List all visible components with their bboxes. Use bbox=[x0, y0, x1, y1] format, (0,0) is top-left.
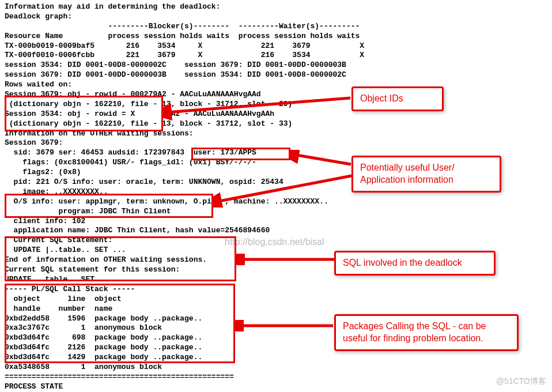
trace-line: Session 3679: obj - rowid - 000279A2 - A… bbox=[5, 90, 547, 100]
trace-line: TX-000b0019-0009baf5 216 3534 X 221 3679… bbox=[5, 42, 547, 51]
callout-user-app: Potentially useful User/ Application inf… bbox=[351, 156, 501, 193]
callout-packages: Packages Calling the SQL - can be useful… bbox=[334, 314, 519, 351]
trace-line: Information may aid in determining the d… bbox=[5, 2, 547, 12]
trace-line: (dictionary objn - 162210, file - 13, bl… bbox=[5, 119, 547, 129]
trace-line: Resource Name process session holds wait… bbox=[5, 32, 547, 42]
trace-line: client info: 102 bbox=[5, 217, 547, 227]
trace-line: ========================================… bbox=[5, 372, 547, 382]
trace-line: Session 3679: bbox=[5, 138, 547, 148]
callout-sql: SQL involved in the deadlock bbox=[334, 251, 496, 276]
trace-line: Deadlock graph: bbox=[5, 12, 547, 22]
trace-line: UPDATE ..table.. SET ... bbox=[5, 275, 547, 285]
trace-line: Information on the OTHER waiting session… bbox=[5, 129, 547, 139]
trace-line: TX-000f0010-0006fcbb 221 3679 X 216 3534… bbox=[5, 51, 547, 61]
trace-line: PROCESS STATE bbox=[5, 382, 547, 392]
trace-line: 0xa5348658 1 anonymous block bbox=[5, 363, 547, 372]
trace-line: session 3534: DID 0001-00D8-0000002C ses… bbox=[5, 61, 547, 70]
trace-line: 0xbd3d64fc 1429 package body ..package.. bbox=[5, 353, 547, 363]
trace-line: session 3679: DID 0001-00DD-0000003B ses… bbox=[5, 70, 547, 80]
trace-line: application name: JDBC Thin Client, hash… bbox=[5, 226, 547, 236]
trace-line: Rows waited on: bbox=[5, 80, 547, 90]
trace-line: ---------Blocker(s)-------- ---------Wai… bbox=[5, 22, 547, 32]
callout-object-ids: Object IDs bbox=[351, 86, 444, 111]
trace-line: (dictionary objn - 162210, file - 13, bl… bbox=[5, 100, 547, 110]
trace-line: O/S info: user: applmgr, term: unknown, … bbox=[5, 197, 547, 207]
trace-line: object line object bbox=[5, 295, 547, 304]
trace-line: Session 3534: obj - rowid = X 79A2 - AAC… bbox=[5, 110, 547, 119]
trace-line: ----- PL/SQL Call Stack ----- bbox=[5, 285, 547, 295]
trace-line: handle number name bbox=[5, 304, 547, 314]
trace-line: program: JDBC Thin Client bbox=[5, 207, 547, 217]
trace-line: Current SQL Statement: bbox=[5, 236, 547, 246]
